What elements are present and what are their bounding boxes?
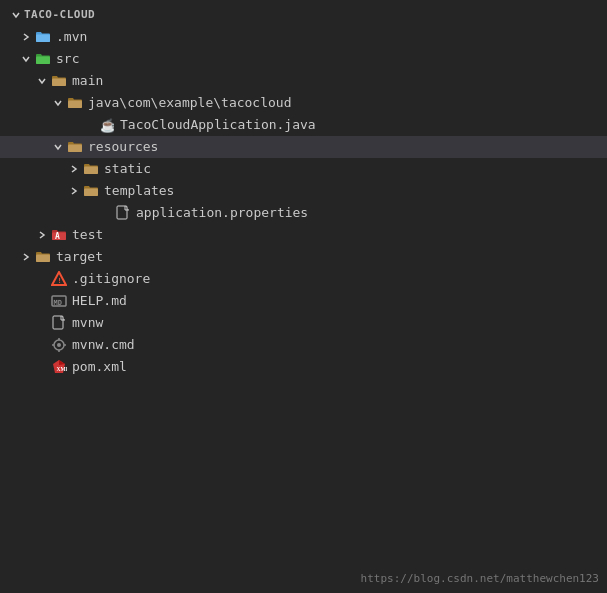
chevron-down-icon (34, 73, 50, 89)
main-label: main (72, 70, 103, 92)
chevron-right-icon (18, 29, 34, 45)
folder-icon (34, 28, 52, 46)
folder-src-icon (34, 50, 52, 68)
svg-rect-11 (36, 255, 50, 263)
tree-item-taco-app[interactable]: ☕ TacoCloudApplication.java (0, 114, 607, 136)
tree-item-mvn[interactable]: .mvn (0, 26, 607, 48)
gitignore-icon: ! (50, 270, 68, 288)
folder-test-icon: A (50, 226, 68, 244)
resources-label: resources (88, 136, 158, 158)
tree-item-src[interactable]: src (0, 48, 607, 70)
chevron-right-icon (66, 161, 82, 177)
tree-item-gitignore[interactable]: ! .gitignore (0, 268, 607, 290)
chevron-right-icon (18, 249, 34, 265)
svg-text:!: ! (58, 277, 62, 285)
explorer-panel: TACO-CLOUD .mvn src (0, 0, 607, 593)
tree-item-mvnw[interactable]: mvnw (0, 312, 607, 334)
svg-text:MD: MD (54, 299, 62, 307)
svg-text:A: A (55, 232, 60, 241)
chevron-down-icon (8, 7, 24, 23)
test-label: test (72, 224, 103, 246)
tree-item-app-properties[interactable]: application.properties (0, 202, 607, 224)
static-label: static (104, 158, 151, 180)
tree-item-mvnw-cmd[interactable]: mvnw.cmd (0, 334, 607, 356)
folder-templates-icon (82, 182, 100, 200)
folder-static-icon (82, 160, 100, 178)
src-label: src (56, 48, 79, 70)
folder-resources-icon (66, 138, 84, 156)
target-label: target (56, 246, 103, 268)
svg-rect-6 (84, 167, 98, 175)
tree-item-templates[interactable]: templates (0, 180, 607, 202)
taco-app-label: TacoCloudApplication.java (120, 114, 316, 136)
tree-item-pom-xml[interactable]: XML pom.xml (0, 356, 607, 378)
svg-text:☕: ☕ (100, 117, 114, 133)
java-file-icon: ☕ (98, 116, 116, 134)
root-label: TACO-CLOUD (24, 4, 95, 26)
watermark-text: https://blog.csdn.net/matthewchen123 (361, 572, 599, 585)
tree-item-java-path[interactable]: java\com\example\tacocloud (0, 92, 607, 114)
properties-file-icon (114, 204, 132, 222)
mvn-label: .mvn (56, 26, 87, 48)
folder-java-icon (66, 94, 84, 112)
mvnw-cmd-label: mvnw.cmd (72, 334, 135, 356)
mvnw-file-icon (50, 314, 68, 332)
svg-rect-1 (36, 57, 50, 65)
svg-point-18 (57, 343, 61, 347)
svg-rect-0 (36, 35, 50, 43)
settings-file-icon (50, 336, 68, 354)
java-path-label: java\com\example\tacocloud (88, 92, 292, 114)
tree-item-resources[interactable]: resources (0, 136, 607, 158)
tree-item-test[interactable]: A test (0, 224, 607, 246)
app-properties-label: application.properties (136, 202, 308, 224)
gitignore-label: .gitignore (72, 268, 150, 290)
tree-item-help-md[interactable]: MD HELP.md (0, 290, 607, 312)
chevron-down-icon (50, 139, 66, 155)
svg-rect-5 (68, 145, 82, 153)
folder-main-icon (50, 72, 68, 90)
svg-rect-2 (52, 79, 66, 87)
chevron-right-icon (34, 227, 50, 243)
tree-item-target[interactable]: target (0, 246, 607, 268)
chevron-down-icon (18, 51, 34, 67)
mvnw-label: mvnw (72, 312, 103, 334)
svg-rect-7 (84, 189, 98, 197)
templates-label: templates (104, 180, 174, 202)
svg-text:XML: XML (57, 366, 68, 372)
markdown-icon: MD (50, 292, 68, 310)
chevron-right-icon (66, 183, 82, 199)
tree-item-main[interactable]: main (0, 70, 607, 92)
tree-root[interactable]: TACO-CLOUD (0, 4, 607, 26)
help-md-label: HELP.md (72, 290, 127, 312)
tree-item-static[interactable]: static (0, 158, 607, 180)
pom-xml-label: pom.xml (72, 356, 127, 378)
pom-xml-icon: XML (50, 358, 68, 376)
svg-rect-3 (68, 101, 82, 109)
folder-target-icon (34, 248, 52, 266)
chevron-down-icon (50, 95, 66, 111)
